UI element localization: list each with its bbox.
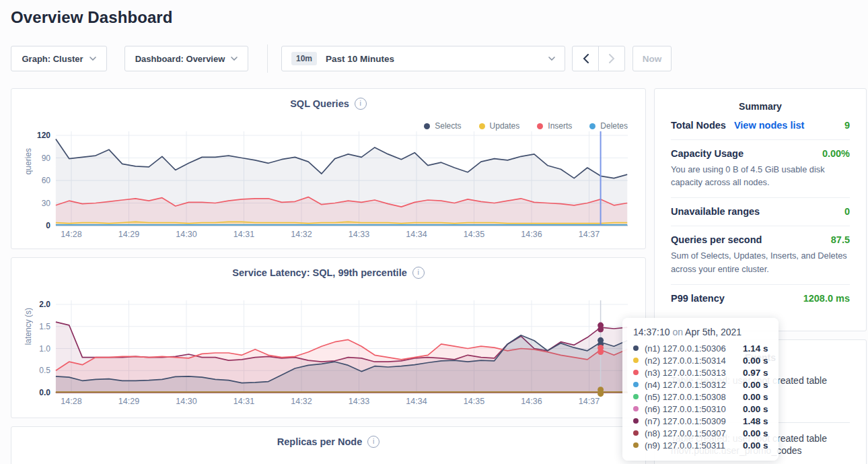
svg-text:14:29: 14:29 [118,397,139,406]
now-button-label: Now [643,54,662,64]
info-icon[interactable]: i [412,267,425,279]
capacity-usage-value: 0.00% [822,148,850,159]
replicas-per-node-panel: Replicas per Node i [11,426,646,464]
sql-queries-legend: Selects Updates Inserts Deletes [424,121,628,131]
legend-dot [479,123,485,129]
time-range-selector[interactable]: 10m Past 10 Minutes [281,46,565,71]
next-interval-button[interactable] [598,46,625,71]
tooltip-node-value: 0.00 s [743,440,768,451]
tooltip-node-value: 0.00 s [743,392,768,402]
svg-text:14:34: 14:34 [406,230,427,239]
prev-interval-button[interactable] [572,46,599,71]
tooltip-node-label: (n6) 127.0.0.1:50310 [645,404,743,414]
summary-row-p99: P99 latency 1208.0 ms [671,284,850,312]
svg-text:14:29: 14:29 [118,230,139,239]
svg-text:14:36: 14:36 [521,397,542,406]
svg-text:14:32: 14:32 [291,230,312,239]
total-nodes-label: Total Nodes [671,120,726,131]
tooltip-node-value: 0.97 s [743,368,768,378]
qps-description: Sum of Selects, Updates, Inserts, and De… [671,249,850,275]
legend-item-selects[interactable]: Selects [424,121,461,131]
tooltip-node-label: (n5) 127.0.0.1:50308 [645,392,743,402]
svg-text:0: 0 [46,221,50,230]
legend-dot [424,123,430,129]
page-title: Overview Dashboard [11,8,173,27]
svg-text:14:36: 14:36 [521,230,542,239]
info-icon[interactable]: i [367,436,379,448]
tooltip-node-label: (n1) 127.0.0.1:50306 [645,343,743,354]
now-button[interactable]: Now [632,46,672,71]
tooltip-node-label: (n4) 127.0.0.1:50312 [645,380,743,390]
chevron-right-icon [609,54,615,63]
graph-scope-dropdown[interactable]: Graph: Cluster [11,46,107,71]
summary-panel: Summary Total Nodes View nodes list 9 Ca… [654,88,867,331]
qps-value: 87.5 [831,234,850,245]
info-icon[interactable]: i [355,98,367,110]
legend-item-deletes[interactable]: Deletes [589,121,628,131]
tooltip-node-value: 0.00 s [743,404,768,414]
qps-label: Queries per second [671,234,762,245]
tooltip-node-value: 0.00 s [743,356,768,366]
series-color-dot [633,345,639,351]
svg-text:14:37: 14:37 [579,230,600,239]
service-latency-panel: Service Latency: SQL, 99th percentile i … [11,257,646,418]
capacity-usage-label: Capacity Usage [671,148,744,159]
series-color-dot [633,370,639,375]
svg-text:14:37: 14:37 [579,397,600,406]
tooltip-timestamp: 14:37:10 on Apr 5th, 2021 [633,327,769,337]
series-color-dot [633,358,639,363]
p99-latency-label: P99 latency [671,293,725,304]
tooltip-row: (n1) 127.0.0.1:503061.14 s [633,342,769,354]
tooltip-row: (n7) 127.0.0.1:503091.48 s [633,415,769,427]
tooltip-row: (n9) 127.0.0.1:503110.00 s [633,439,769,451]
tooltip-row: (n8) 127.0.0.1:503070.00 s [633,427,769,439]
svg-text:14:32: 14:32 [291,397,312,406]
unavailable-ranges-value: 0 [844,206,850,217]
series-color-dot [633,406,639,411]
svg-text:14:31: 14:31 [233,397,254,406]
service-latency-chart[interactable]: 14:2814:2914:3014:3114:3214:3314:3414:35… [17,299,636,412]
tooltip-node-label: (n3) 127.0.0.1:50313 [645,368,743,378]
toolbar-divider [267,44,268,73]
svg-text:60: 60 [42,176,51,185]
p99-latency-value: 1208.0 ms [803,293,850,304]
legend-dot [589,123,595,129]
legend-item-inserts[interactable]: Inserts [537,121,572,131]
chevron-left-icon [583,54,589,63]
tooltip-node-value: 1.14 s [743,343,768,354]
series-color-dot [633,394,639,399]
sql-queries-chart[interactable]: 14:2814:2914:3014:3114:3214:3314:3414:35… [17,130,636,243]
svg-text:14:30: 14:30 [176,230,196,239]
tooltip-node-value: 1.48 s [743,416,768,426]
svg-text:14:33: 14:33 [349,230,369,239]
tooltip-node-list: (n1) 127.0.0.1:503061.14 s(n2) 127.0.0.1… [633,342,769,451]
tooltip-row: (n2) 127.0.0.1:503140.00 s [633,354,769,366]
overview-dashboard-page: Overview Dashboard Graph: Cluster Dashbo… [0,0,868,464]
tooltip-node-label: (n8) 127.0.0.1:50307 [645,428,743,438]
chevron-down-icon [548,57,555,61]
legend-dot [537,123,543,129]
tooltip-node-label: (n9) 127.0.0.1:50311 [645,440,743,451]
capacity-usage-description: You are using 0 B of 4.5 GiB usable disk… [671,163,850,189]
chart-hover-tooltip: 14:37:10 on Apr 5th, 2021 (n1) 127.0.0.1… [622,318,779,461]
svg-text:14:35: 14:35 [464,397,484,406]
tooltip-node-value: 0.00 s [743,428,768,438]
tooltip-row: (n4) 127.0.0.1:503120.00 s [633,378,769,391]
svg-text:90: 90 [42,154,51,163]
svg-text:30: 30 [42,199,51,208]
tooltip-node-label: (n7) 127.0.0.1:50309 [645,416,743,426]
sql-queries-panel: SQL Queries i Selects Updates Inserts De… [11,88,646,249]
summary-row-unavailable-ranges: Unavailable ranges 0 [671,197,850,226]
svg-text:14:31: 14:31 [233,230,254,239]
summary-row-total-nodes: Total Nodes View nodes list 9 [671,112,850,139]
tooltip-row: (n3) 127.0.0.1:503130.97 s [633,366,769,378]
dashboard-dropdown-label: Dashboard: Overview [135,54,225,64]
total-nodes-value: 9 [844,120,850,131]
svg-text:14:33: 14:33 [349,397,369,406]
legend-item-updates[interactable]: Updates [479,121,520,131]
view-nodes-list-link[interactable]: View nodes list [734,120,805,131]
summary-row-capacity: Capacity Usage 0.00% You are using 0 B o… [671,139,850,197]
dashboard-dropdown[interactable]: Dashboard: Overview [124,46,248,71]
unavailable-ranges-label: Unavailable ranges [671,206,760,217]
svg-text:1.5: 1.5 [39,322,50,331]
